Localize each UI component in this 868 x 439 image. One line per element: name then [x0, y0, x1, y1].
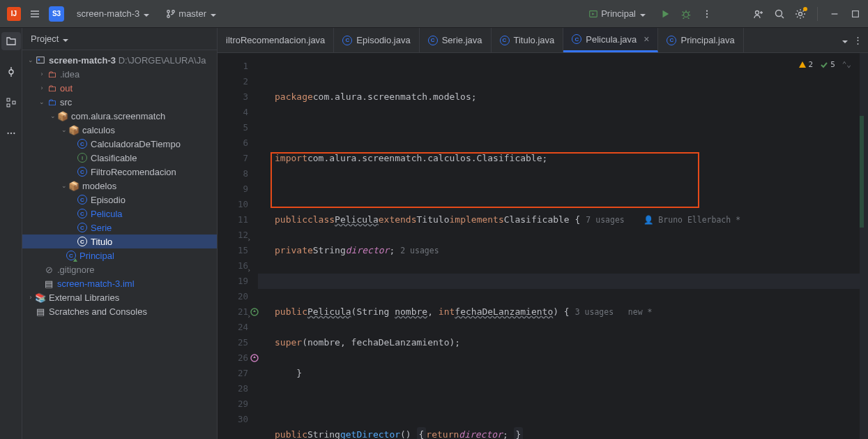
- tree-label: calculos: [82, 125, 115, 135]
- tree-label: screen-match-3.iml: [57, 278, 135, 289]
- class-icon: C: [77, 209, 87, 218]
- check-icon: [820, 61, 828, 69]
- tab[interactable]: CPrincipal.java: [658, 28, 743, 52]
- more-actions-icon[interactable]: ⋮: [853, 35, 862, 45]
- tab[interactable]: CSerie.java: [420, 28, 492, 52]
- inspection-indicators[interactable]: 2 5 ⌃⌄: [798, 57, 852, 73]
- tree-item[interactable]: CEpisodio: [22, 193, 217, 207]
- class-icon: C: [667, 36, 676, 45]
- svg-point-10: [799, 12, 802, 15]
- editor-tabs: iltroRecomendacion.java CEpisodio.java C…: [218, 28, 868, 53]
- tree-item[interactable]: ⌄📦modelos: [22, 179, 217, 193]
- project-dropdown[interactable]: screen-match-3: [73, 6, 153, 21]
- tree-label: External Libraries: [49, 292, 119, 303]
- library-icon: 📚: [35, 292, 46, 303]
- tab-active[interactable]: CPelicula.java×: [563, 28, 658, 52]
- project-tree[interactable]: ⌄screen-match-3 D:\JORGE\ALURA\Ja ›🗀.ide…: [22, 50, 217, 439]
- settings-icon[interactable]: [795, 8, 806, 20]
- minimize-button[interactable]: [829, 8, 840, 20]
- chevron-down-icon: [142, 8, 149, 19]
- gutter: 1 2 3 4 5 6 7 8 9 10 11 12› 15 16› 19 20…: [218, 53, 258, 439]
- tree-label: Clasificable: [91, 153, 137, 163]
- svg-point-9: [776, 10, 782, 16]
- tab[interactable]: CTitulo.java: [492, 28, 564, 52]
- commit-tool[interactable]: [1, 63, 21, 81]
- structure-tool[interactable]: [1, 94, 21, 112]
- tree-item[interactable]: ›🗀.idea: [22, 67, 217, 81]
- warning-count: 2: [809, 57, 814, 73]
- tree-label: Serie: [91, 223, 112, 233]
- branch-dropdown[interactable]: master: [162, 6, 220, 21]
- class-icon: C: [500, 36, 510, 45]
- tab-label: Episodio.java: [356, 35, 410, 45]
- maximize-button[interactable]: [850, 8, 861, 20]
- tree-item[interactable]: ⊘.gitignore: [22, 262, 217, 276]
- svg-point-12: [9, 70, 13, 74]
- project-name-label: screen-match-3: [77, 8, 139, 19]
- tree-root[interactable]: ⌄screen-match-3 D:\JORGE\ALURA\Ja: [22, 53, 217, 67]
- debug-button[interactable]: [680, 8, 692, 20]
- tree-item[interactable]: IClasificable: [22, 151, 217, 165]
- tree-item[interactable]: CCalculadoraDeTiempo: [22, 137, 217, 151]
- tree-label: Episodio: [91, 195, 125, 205]
- project-panel-header[interactable]: Project: [22, 28, 217, 50]
- class-icon: C: [342, 36, 352, 45]
- svg-rect-19: [37, 57, 45, 64]
- tab-label: Titulo.java: [514, 35, 555, 45]
- pass-count: 5: [830, 57, 835, 73]
- tree-item[interactable]: ▤screen-match-3.iml: [22, 276, 217, 290]
- tree-item[interactable]: ▤Scratches and Consoles: [22, 304, 217, 318]
- search-icon[interactable]: [774, 8, 785, 20]
- project-sidebar: Project ⌄screen-match-3 D:\JORGE\ALURA\J…: [22, 28, 218, 439]
- svg-point-16: [7, 133, 8, 134]
- tree-item[interactable]: ⌄📦calculos: [22, 123, 217, 137]
- file-icon: ⊘: [43, 264, 54, 275]
- code-editor[interactable]: 2 5 ⌃⌄ package com.alura.screenmatch.mod…: [258, 53, 860, 439]
- interface-icon: I: [77, 153, 87, 163]
- project-badge: S3: [49, 6, 64, 22]
- tree-item[interactable]: CSerie: [22, 221, 217, 235]
- tree-label: FiltroRecomendacion: [91, 167, 176, 177]
- tree-item[interactable]: ⌄🗀src: [22, 95, 217, 109]
- tree-label: .idea: [60, 69, 79, 80]
- collab-icon[interactable]: [753, 8, 764, 20]
- tree-item[interactable]: CPelicula: [22, 207, 217, 221]
- tree-label: com.alura.screenmatch: [71, 111, 165, 121]
- svg-point-6: [706, 13, 708, 14]
- tree-label: Pelicula: [91, 209, 123, 219]
- run-config-dropdown[interactable]: Principal: [584, 6, 650, 21]
- run-config-icon: [588, 9, 598, 19]
- package-icon: 📦: [57, 110, 68, 121]
- chevron-up-down-icon[interactable]: ⌃⌄: [842, 57, 851, 73]
- chevron-down-icon[interactable]: [841, 35, 848, 45]
- source-folder-icon: 🗀: [46, 96, 57, 107]
- run-button[interactable]: [660, 8, 671, 20]
- tree-item-selected[interactable]: CTitulo: [22, 235, 217, 248]
- tree-label: Scratches and Consoles: [49, 306, 147, 317]
- tree-item[interactable]: CFiltroRecomendacion: [22, 165, 217, 179]
- more-actions-icon[interactable]: [701, 8, 713, 20]
- tree-item[interactable]: ⌄📦com.alura.screenmatch: [22, 109, 217, 123]
- more-tools[interactable]: [1, 124, 21, 142]
- tree-label: src: [60, 97, 72, 107]
- chevron-down-icon: [61, 34, 68, 44]
- folder-icon: 🗀: [46, 68, 57, 80]
- svg-rect-11: [853, 10, 859, 17]
- hamburger-icon[interactable]: [29, 8, 40, 20]
- branch-icon: [166, 9, 176, 19]
- tree-path: D:\JORGE\ALURA\Ja: [119, 55, 206, 66]
- tab[interactable]: iltroRecomendacion.java: [218, 28, 334, 52]
- svg-point-2: [167, 15, 170, 17]
- svg-point-0: [167, 10, 170, 13]
- tree-label: Principal: [79, 251, 114, 261]
- close-icon[interactable]: ×: [644, 34, 649, 45]
- tree-item[interactable]: ›🗀out: [22, 81, 217, 95]
- tree-item[interactable]: ›📚External Libraries: [22, 290, 217, 304]
- project-tool[interactable]: [1, 32, 21, 50]
- class-icon: C: [428, 36, 438, 45]
- folder-icon: 🗀: [46, 82, 57, 94]
- tab[interactable]: CEpisodio.java: [334, 28, 419, 52]
- separator: [817, 7, 818, 21]
- tree-item[interactable]: CPrincipal: [22, 248, 217, 262]
- scrollbar[interactable]: [860, 53, 868, 439]
